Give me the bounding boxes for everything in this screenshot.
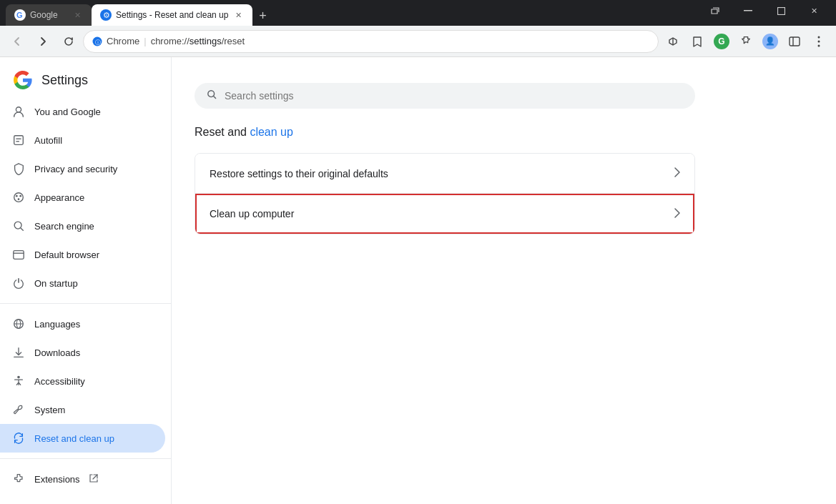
sidebar-label-languages: Languages: [34, 319, 80, 330]
more-menu-button[interactable]: [807, 30, 830, 53]
svg-point-20: [16, 195, 18, 197]
svg-point-22: [18, 198, 20, 200]
sidebar-item-system[interactable]: System: [0, 395, 165, 424]
svg-line-24: [21, 228, 23, 230]
sidebar-item-languages[interactable]: Languages: [0, 310, 165, 338]
restore-defaults-label: Restore settings to their original defau…: [210, 168, 674, 179]
sidebar-label-accessibility: Accessibility: [34, 376, 85, 387]
extensions-button[interactable]: [734, 30, 757, 53]
window-close-button[interactable]: ✕: [797, 0, 830, 21]
puzzle-icon: [11, 472, 26, 486]
sidebar-toggle-button[interactable]: [783, 30, 806, 53]
bookmark-button[interactable]: [686, 30, 709, 53]
new-tab-button[interactable]: +: [252, 6, 272, 26]
autofill-icon: [11, 133, 26, 147]
sidebar-item-appearance[interactable]: Appearance: [0, 183, 165, 212]
globe-icon: [11, 317, 26, 331]
sidebar-item-downloads[interactable]: Downloads: [0, 338, 165, 367]
svg-point-31: [17, 376, 20, 379]
sidebar-label-on-startup: On startup: [34, 278, 78, 289]
svg-point-21: [19, 195, 21, 197]
sidebar-scroll[interactable]: You and Google Autofill Privacy and secu…: [0, 97, 171, 504]
page-title: Reset and clean up: [195, 126, 813, 139]
clean-up-computer-arrow: [674, 208, 680, 220]
download-icon: [11, 345, 26, 360]
sidebar-divider-2: [0, 458, 171, 459]
sidebar-item-default-browser[interactable]: Default browser: [0, 240, 165, 269]
sidebar-item-on-startup[interactable]: On startup: [0, 269, 165, 297]
wrench-icon: [11, 402, 26, 417]
person-icon: [11, 104, 26, 119]
browser-icon: [11, 247, 26, 262]
svg-point-13: [818, 44, 820, 46]
sidebar-label-system: System: [34, 405, 65, 415]
sidebar-divider-1: [0, 303, 171, 304]
nav-right-buttons: G 👤: [662, 30, 830, 53]
window-minimize-button[interactable]: [732, 0, 764, 21]
accessibility-icon: [11, 374, 26, 388]
sidebar-label-downloads: Downloads: [34, 347, 80, 358]
sidebar-item-accessibility[interactable]: Accessibility: [0, 367, 165, 395]
svg-text:G: G: [16, 11, 23, 19]
page-title-highlight: clean up: [250, 126, 293, 138]
address-separator: |: [144, 36, 146, 46]
sidebar: Settings You and Google Autofill: [0, 57, 172, 504]
tab-settings-label: Settings - Reset and clean up: [116, 10, 228, 20]
page-title-prefix: Reset and: [195, 126, 250, 138]
address-protocol: Chrome: [107, 36, 139, 46]
sidebar-item-privacy-security[interactable]: Privacy and security: [0, 154, 165, 183]
svg-line-32: [93, 475, 97, 479]
svg-point-15: [16, 107, 21, 112]
tab-google-close[interactable]: ✕: [72, 9, 83, 21]
content-area: Reset and clean up Restore settings to t…: [172, 57, 836, 504]
google-logo: [11, 69, 34, 92]
palette-icon: [11, 190, 26, 204]
sidebar-label-default-browser: Default browser: [34, 249, 99, 260]
sidebar-item-reset-clean[interactable]: Reset and clean up: [0, 424, 165, 453]
window-maximize-button[interactable]: [764, 0, 797, 21]
sidebar-label-privacy-security: Privacy and security: [34, 164, 117, 174]
svg-point-33: [208, 91, 215, 97]
svg-line-34: [214, 97, 216, 99]
sidebar-label-reset-clean: Reset and clean up: [34, 433, 114, 444]
settings-card: Restore settings to their original defau…: [195, 153, 695, 234]
tab-settings-close[interactable]: ✕: [232, 9, 244, 21]
lock-icon: ⓘ: [92, 36, 102, 46]
sidebar-item-you-and-google[interactable]: You and Google: [0, 97, 165, 126]
svg-text:ⓘ: ⓘ: [95, 39, 101, 46]
svg-point-11: [818, 36, 820, 38]
profile-button[interactable]: G: [710, 30, 733, 53]
sidebar-label-appearance: Appearance: [34, 192, 84, 203]
tab-google-favicon: G: [14, 9, 26, 21]
settings-header: Settings: [0, 57, 171, 97]
svg-point-23: [14, 222, 21, 229]
clean-up-computer-row[interactable]: Clean up computer: [195, 194, 694, 234]
user-avatar-button[interactable]: 👤: [759, 30, 782, 53]
window-restore-button[interactable]: [699, 0, 732, 21]
share-button[interactable]: [662, 30, 684, 53]
sidebar-item-extensions[interactable]: Extensions: [0, 465, 165, 493]
back-button[interactable]: [6, 30, 29, 53]
search-bar[interactable]: [195, 83, 695, 109]
tab-settings-favicon: ⚙: [100, 9, 112, 21]
search-input[interactable]: [225, 90, 684, 102]
tab-settings[interactable]: ⚙ Settings - Reset and clean up ✕: [92, 4, 252, 26]
address-bar[interactable]: ⓘ Chrome | chrome://settings/reset: [83, 30, 659, 53]
reset-icon: [11, 431, 26, 445]
restore-defaults-arrow: [674, 167, 680, 179]
sidebar-label-autofill: Autofill: [34, 135, 62, 146]
sidebar-label-search-engine: Search engine: [34, 221, 94, 232]
power-icon: [11, 276, 26, 290]
svg-rect-4: [744, 10, 752, 11]
sidebar-item-autofill[interactable]: Autofill: [0, 126, 165, 154]
svg-point-19: [14, 193, 24, 202]
restore-defaults-row[interactable]: Restore settings to their original defau…: [195, 154, 694, 194]
sidebar-item-search-engine[interactable]: Search engine: [0, 212, 165, 240]
forward-button[interactable]: [31, 30, 54, 53]
settings-title: Settings: [41, 73, 88, 88]
reload-button[interactable]: [57, 30, 80, 53]
sidebar-label-extensions: Extensions: [34, 474, 80, 485]
title-bar: G Google ✕ ⚙ Settings - Reset and clean …: [0, 0, 836, 26]
search-icon-input: [206, 89, 217, 103]
tab-google[interactable]: G Google ✕: [6, 4, 92, 26]
